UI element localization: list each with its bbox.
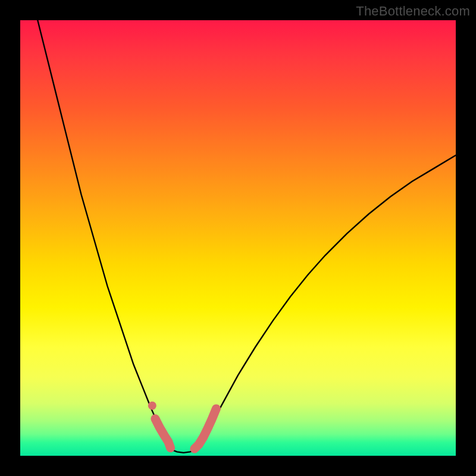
right-curve-path [196, 155, 456, 449]
chart-frame: TheBottleneck.com [0, 0, 476, 476]
marker-band-right-path [195, 409, 217, 449]
plot-area [20, 20, 456, 456]
left-curve-path [37, 20, 170, 449]
isolated-dot-marker [148, 402, 156, 410]
chart-svg [20, 20, 456, 456]
curve-group [37, 20, 456, 453]
marker-band-left-path [155, 419, 171, 448]
brand-watermark: TheBottleneck.com [356, 4, 470, 19]
